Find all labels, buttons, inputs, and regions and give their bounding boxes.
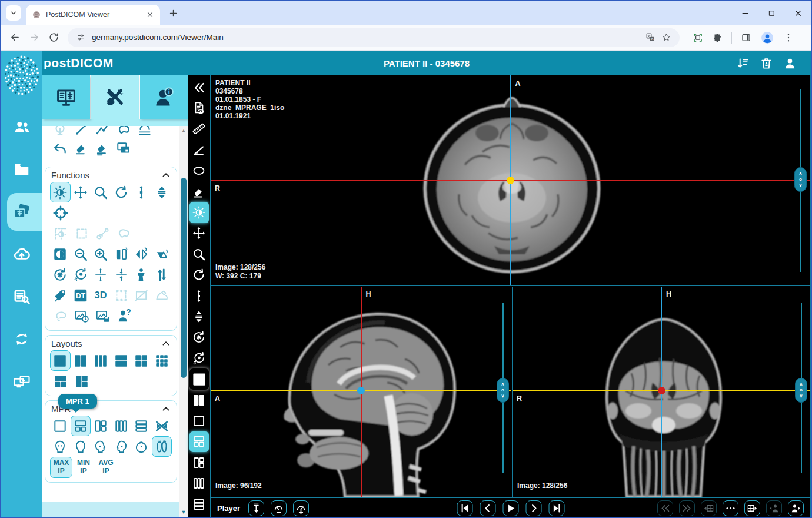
slice-scroll-track[interactable]: ∧o∨ bbox=[502, 303, 504, 473]
tab-search-button[interactable] bbox=[6, 5, 21, 21]
worklist-button[interactable] bbox=[1, 275, 42, 318]
translate-icon[interactable]: A bbox=[645, 32, 655, 42]
magnify-button[interactable] bbox=[91, 182, 111, 202]
eraser-line-button[interactable] bbox=[92, 138, 113, 158]
pan-button[interactable] bbox=[189, 223, 209, 244]
crosshair-o-button[interactable] bbox=[50, 202, 71, 223]
skip-last-button[interactable] bbox=[548, 500, 564, 516]
doc-eye-button[interactable] bbox=[189, 98, 209, 118]
l-3x3-button[interactable] bbox=[152, 350, 172, 371]
person-q-button[interactable]: ? bbox=[114, 306, 135, 326]
slice-scroll-handle[interactable]: ∧o∨ bbox=[794, 167, 807, 192]
user-button[interactable] bbox=[783, 57, 797, 70]
panel-scrollbar[interactable]: ▲ ▼ bbox=[179, 126, 188, 517]
measure-polyline-button[interactable] bbox=[92, 126, 113, 138]
extensions-icon[interactable] bbox=[712, 32, 723, 43]
scrollbar-thumb[interactable] bbox=[181, 178, 187, 378]
dots3-button[interactable] bbox=[723, 500, 738, 516]
zoom-out-button[interactable] bbox=[71, 244, 91, 264]
l-2row-button[interactable] bbox=[111, 350, 132, 371]
crosshair-center-dot[interactable] bbox=[357, 387, 365, 394]
forward-button[interactable] bbox=[26, 29, 42, 45]
brightness-button[interactable] bbox=[50, 182, 71, 202]
angle-button[interactable] bbox=[189, 140, 209, 160]
reset-bright-button[interactable] bbox=[71, 264, 91, 285]
m-1x1-button[interactable] bbox=[189, 410, 209, 431]
l-1l2r-button[interactable] bbox=[71, 371, 92, 391]
person-next-button[interactable] bbox=[788, 500, 804, 516]
l-2col-button[interactable] bbox=[189, 390, 209, 410]
stack-button[interactable] bbox=[152, 182, 172, 202]
stack-button[interactable] bbox=[189, 306, 209, 327]
head-back-button[interactable] bbox=[71, 436, 91, 457]
dt-label-button[interactable]: DT bbox=[71, 285, 91, 306]
minimize-button[interactable] bbox=[741, 9, 750, 18]
reload-button[interactable] bbox=[46, 29, 62, 45]
head-top-button[interactable] bbox=[131, 436, 152, 457]
flip-h-button[interactable] bbox=[111, 244, 132, 264]
viewport-sagittal[interactable]: H A Image: 96/192 ∧o∨ bbox=[211, 287, 511, 497]
eraser-button[interactable] bbox=[71, 138, 92, 158]
m-3row-button[interactable] bbox=[131, 416, 152, 436]
swap-ud-button[interactable] bbox=[152, 264, 172, 285]
brightness-button[interactable] bbox=[189, 202, 209, 223]
eraser-button[interactable] bbox=[189, 181, 209, 202]
three-d-button[interactable]: 3D bbox=[91, 285, 111, 306]
grid-next-button[interactable] bbox=[744, 500, 760, 516]
reset-bright-button[interactable] bbox=[189, 348, 209, 368]
zoom-in-button[interactable] bbox=[91, 244, 111, 264]
browser-menu-icon[interactable] bbox=[783, 32, 794, 43]
measure-arc-button[interactable] bbox=[134, 126, 155, 138]
rotate-button[interactable] bbox=[111, 182, 132, 202]
ruler-button[interactable] bbox=[189, 119, 209, 140]
next-chev-button[interactable] bbox=[525, 500, 541, 516]
transfer-button[interactable] bbox=[1, 318, 42, 360]
slice-scroll-track[interactable]: ∧o∨ bbox=[800, 89, 801, 272]
m-3col-button[interactable] bbox=[111, 416, 132, 436]
m-1l2r-button[interactable] bbox=[91, 416, 111, 436]
patients-button[interactable] bbox=[1, 106, 42, 148]
scroll-up-arrow[interactable]: ▲ bbox=[179, 128, 188, 134]
collapse-left-button[interactable] bbox=[189, 77, 209, 98]
head-left-button[interactable] bbox=[111, 436, 132, 457]
patient-info-button[interactable]: i bbox=[140, 75, 188, 119]
l-2x2-button[interactable] bbox=[131, 350, 152, 371]
sort-list-button[interactable] bbox=[736, 57, 750, 70]
m-1l2r-button[interactable] bbox=[189, 452, 209, 473]
play-button[interactable] bbox=[502, 500, 518, 516]
screen-capture-icon[interactable] bbox=[693, 32, 703, 43]
measure-line-button[interactable] bbox=[71, 126, 92, 138]
tab-close-icon[interactable] bbox=[146, 11, 154, 19]
flip-rotate-button[interactable] bbox=[152, 244, 172, 264]
m-1t2b-button[interactable] bbox=[189, 431, 209, 452]
reset-button[interactable] bbox=[189, 327, 209, 348]
back-button[interactable] bbox=[7, 29, 23, 45]
skip-first-button[interactable] bbox=[457, 500, 472, 516]
collapse-section-icon[interactable] bbox=[161, 339, 171, 348]
invert-button[interactable] bbox=[50, 244, 71, 264]
l-1x1-button[interactable] bbox=[50, 350, 71, 371]
l-2col-button[interactable] bbox=[71, 350, 91, 371]
l-1t2b-button[interactable] bbox=[50, 371, 71, 391]
new-tab-button[interactable] bbox=[168, 8, 178, 18]
m-3col-button[interactable] bbox=[189, 473, 209, 493]
viewer-button[interactable] bbox=[42, 75, 90, 119]
ellipse-tool-button[interactable] bbox=[189, 161, 209, 181]
side-panel-icon[interactable] bbox=[741, 32, 751, 43]
bookmark-star-icon[interactable] bbox=[661, 32, 671, 42]
slice-scroll-handle[interactable]: ∧o∨ bbox=[795, 378, 807, 403]
dl-bar-button[interactable] bbox=[248, 500, 264, 516]
x-cross-button[interactable] bbox=[152, 416, 172, 436]
crosshair-center-dot[interactable] bbox=[658, 387, 665, 394]
img-clock-button[interactable] bbox=[71, 306, 92, 326]
studies-button[interactable] bbox=[1, 191, 42, 233]
l-3col-button[interactable] bbox=[91, 350, 111, 371]
address-bar[interactable]: germany.postdicom.com/Viewer/Main A bbox=[68, 28, 680, 47]
rotate-button[interactable] bbox=[189, 265, 209, 285]
collapse-section-icon[interactable] bbox=[161, 404, 171, 414]
slice-scroll-track[interactable]: ∧o∨ bbox=[801, 303, 802, 473]
folders-button[interactable] bbox=[1, 148, 42, 191]
viewers-button[interactable] bbox=[1, 360, 42, 403]
profile-avatar[interactable] bbox=[760, 31, 774, 45]
speed-minus-button[interactable] bbox=[271, 500, 287, 516]
